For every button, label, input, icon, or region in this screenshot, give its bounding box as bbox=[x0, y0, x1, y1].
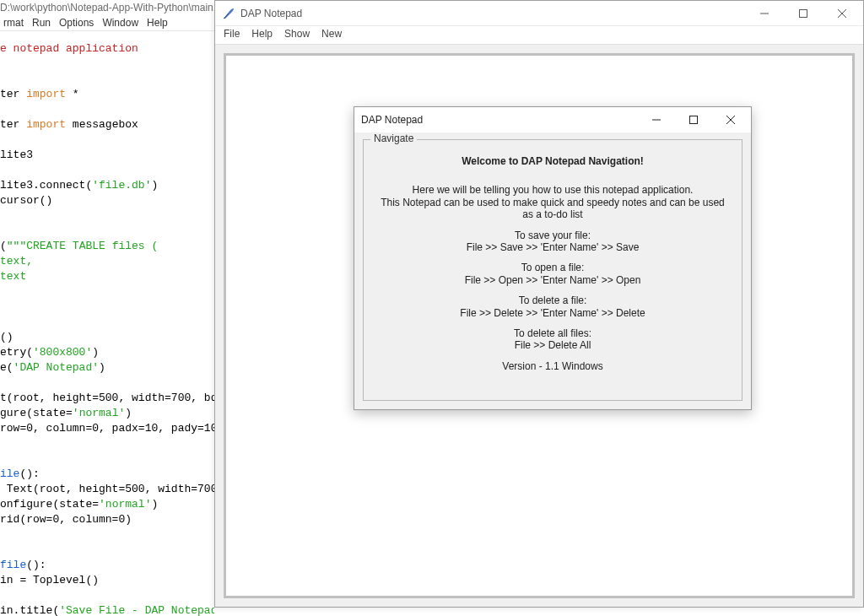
maximize-icon bbox=[799, 9, 807, 18]
dap-window-title: DAP Notepad bbox=[240, 8, 302, 19]
menu-new[interactable]: New bbox=[321, 28, 342, 42]
save-heading: To save your file: bbox=[375, 230, 730, 241]
dialog-minimize-button[interactable] bbox=[638, 107, 675, 132]
open-heading: To open a file: bbox=[375, 262, 730, 273]
menu-file[interactable]: File bbox=[224, 28, 240, 42]
minimize-icon bbox=[760, 9, 769, 18]
dialog-window-title: DAP Notepad bbox=[361, 114, 423, 126]
welcome-text: Welcome to DAP Notepad Navigation! bbox=[375, 155, 730, 167]
close-icon bbox=[838, 9, 846, 18]
close-icon bbox=[726, 116, 735, 124]
idle-menu-help[interactable]: Help bbox=[147, 17, 168, 29]
dap-menubar[interactable]: File Help Show New bbox=[215, 26, 863, 45]
menu-show[interactable]: Show bbox=[284, 28, 310, 42]
close-button[interactable] bbox=[823, 1, 861, 26]
svg-rect-7 bbox=[690, 116, 698, 124]
navigate-labelframe: Navigate Welcome to DAP Notepad Navigati… bbox=[363, 139, 742, 401]
labelframe-title: Navigate bbox=[370, 132, 417, 144]
intro-text-2: This Notepad can be used to make quick a… bbox=[375, 197, 730, 221]
idle-code-area[interactable]: e notepad application ter import * ter i… bbox=[0, 31, 214, 616]
svg-line-0 bbox=[224, 14, 229, 19]
dialog-close-button[interactable] bbox=[712, 107, 749, 132]
idle-titlebar: D:\work\python\Notepad-App-With-Python\m… bbox=[0, 0, 214, 15]
svg-rect-2 bbox=[800, 9, 807, 17]
idle-menu-window[interactable]: Window bbox=[102, 17, 138, 29]
feather-icon bbox=[222, 7, 235, 20]
idle-menu-options[interactable]: Options bbox=[59, 17, 94, 29]
dialog-titlebar[interactable]: DAP Notepad bbox=[354, 107, 751, 132]
maximize-button[interactable] bbox=[784, 1, 823, 26]
delete-all-heading: To delete all files: bbox=[375, 327, 730, 339]
version-text: Version - 1.1 Windows bbox=[375, 360, 730, 372]
navigate-dialog-window: DAP Notepad Navigate Welcome to DAP Note… bbox=[354, 106, 752, 410]
minimize-button[interactable] bbox=[745, 1, 784, 26]
labelframe-content: Welcome to DAP Notepad Navigation! Here … bbox=[364, 140, 742, 381]
idle-menu-run[interactable]: Run bbox=[32, 17, 51, 29]
delete-heading: To delete a file: bbox=[375, 294, 730, 306]
idle-menu-format[interactable]: rmat bbox=[3, 17, 24, 29]
open-body: File >> Open >> 'Enter Name' >> Open bbox=[375, 274, 730, 286]
dialog-maximize-button[interactable] bbox=[675, 107, 712, 132]
maximize-icon bbox=[689, 116, 698, 124]
idle-editor-window: D:\work\python\Notepad-App-With-Python\m… bbox=[0, 0, 214, 616]
delete-all-body: File >> Delete All bbox=[375, 339, 730, 351]
delete-body: File >> Delete >> 'Enter Name' >> Delete bbox=[375, 307, 730, 319]
dap-titlebar[interactable]: DAP Notepad bbox=[215, 1, 863, 26]
idle-menubar[interactable]: rmat Run Options Window Help bbox=[0, 15, 214, 31]
save-body: File >> Save >> 'Enter Name' >> Save bbox=[375, 241, 730, 253]
minimize-icon bbox=[652, 116, 661, 124]
menu-help[interactable]: Help bbox=[251, 28, 273, 42]
intro-text-1: Here we will be telling you how to use t… bbox=[375, 184, 730, 196]
